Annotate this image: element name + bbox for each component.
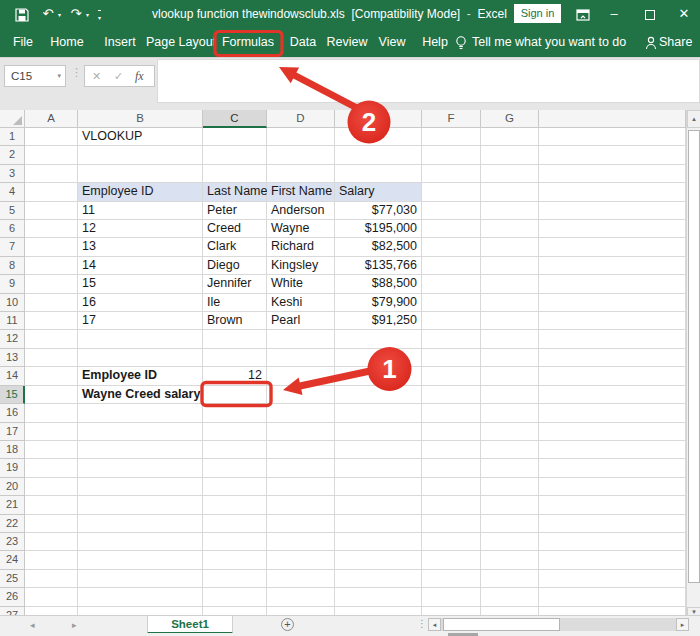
cell-D12[interactable] (267, 330, 335, 348)
cell-H12[interactable] (539, 330, 686, 348)
cell-F11[interactable] (422, 312, 481, 330)
cell-B12[interactable] (78, 330, 203, 348)
cell-B27[interactable] (78, 607, 203, 615)
sheet-nav-left-icon[interactable]: ◂ (30, 616, 35, 634)
cell-A1[interactable] (25, 128, 78, 146)
cell-G3[interactable] (481, 165, 539, 183)
cell-B26[interactable] (78, 588, 203, 606)
tab-file[interactable]: File (13, 28, 33, 57)
cell-B10[interactable]: 16 (78, 294, 203, 312)
cell-E13[interactable] (335, 349, 422, 367)
cell-F12[interactable] (422, 330, 481, 348)
cell-F15[interactable] (422, 386, 481, 404)
cell-E24[interactable] (335, 551, 422, 569)
cell-D20[interactable] (267, 478, 335, 496)
cell-E15[interactable] (335, 386, 422, 404)
column-header-g[interactable]: G (481, 110, 539, 128)
cell-H22[interactable] (539, 515, 686, 533)
cell-A8[interactable] (25, 257, 78, 275)
cell-E17[interactable] (335, 423, 422, 441)
cell-H9[interactable] (539, 275, 686, 293)
cell-B7[interactable]: 13 (78, 238, 203, 256)
cell-B24[interactable] (78, 551, 203, 569)
cell-D4[interactable]: First Name (267, 183, 335, 201)
cell-D8[interactable]: Kingsley (267, 257, 335, 275)
cell-C20[interactable] (203, 478, 267, 496)
cell-C4[interactable]: Last Name (203, 183, 267, 201)
cell-H24[interactable] (539, 551, 686, 569)
cell-G8[interactable] (481, 257, 539, 275)
cell-B8[interactable]: 14 (78, 257, 203, 275)
column-header-b[interactable]: B (78, 110, 203, 128)
cell-B11[interactable]: 17 (78, 312, 203, 330)
cell-G22[interactable] (481, 515, 539, 533)
cell-D2[interactable] (267, 146, 335, 164)
vertical-scrollbar-thumb[interactable] (688, 130, 700, 583)
row-header-19[interactable]: 19 (0, 459, 25, 477)
cell-B14[interactable]: Employee ID (78, 367, 203, 385)
cell-D9[interactable]: White (267, 275, 335, 293)
cell-H25[interactable] (539, 570, 686, 588)
row-header-23[interactable]: 23 (0, 533, 25, 551)
cell-A3[interactable] (25, 165, 78, 183)
cell-H6[interactable] (539, 220, 686, 238)
tab-review[interactable]: Review (327, 28, 368, 57)
cell-D19[interactable] (267, 459, 335, 477)
cell-D27[interactable] (267, 607, 335, 615)
cell-D17[interactable] (267, 423, 335, 441)
column-header-f[interactable]: F (422, 110, 481, 128)
row-header-8[interactable]: 8 (0, 257, 25, 275)
cell-F25[interactable] (422, 570, 481, 588)
add-sheet-button[interactable]: + (281, 618, 294, 631)
cell-G6[interactable] (481, 220, 539, 238)
cell-D21[interactable] (267, 496, 335, 514)
cell-A21[interactable] (25, 496, 78, 514)
row-header-15[interactable]: 15 (0, 386, 25, 404)
cell-H27[interactable] (539, 607, 686, 615)
cell-F1[interactable] (422, 128, 481, 146)
maximize-button[interactable] (638, 0, 662, 28)
name-box[interactable]: C15 ▾ (4, 65, 66, 87)
cell-D6[interactable]: Wayne (267, 220, 335, 238)
cell-G17[interactable] (481, 423, 539, 441)
cell-B9[interactable]: 15 (78, 275, 203, 293)
cell-E5[interactable]: $77,030 (335, 202, 422, 220)
cell-A16[interactable] (25, 404, 78, 422)
tell-me-box[interactable]: Tell me what you want to do (472, 28, 626, 57)
cell-B19[interactable] (78, 459, 203, 477)
row-header-6[interactable]: 6 (0, 220, 25, 238)
column-header-e[interactable]: E (335, 110, 422, 128)
cell-A14[interactable] (25, 367, 78, 385)
cell-C26[interactable] (203, 588, 267, 606)
cell-E4[interactable]: Salary (335, 183, 422, 201)
cell-H18[interactable] (539, 441, 686, 459)
cell-C18[interactable] (203, 441, 267, 459)
cell-A24[interactable] (25, 551, 78, 569)
cell-H21[interactable] (539, 496, 686, 514)
cell-F10[interactable] (422, 294, 481, 312)
cell-G18[interactable] (481, 441, 539, 459)
tab-formulas[interactable]: Formulas (222, 28, 274, 57)
cell-E9[interactable]: $88,500 (335, 275, 422, 293)
cell-D26[interactable] (267, 588, 335, 606)
cell-G21[interactable] (481, 496, 539, 514)
column-header-a[interactable]: A (25, 110, 78, 128)
cell-G10[interactable] (481, 294, 539, 312)
cell-H14[interactable] (539, 367, 686, 385)
cell-F2[interactable] (422, 146, 481, 164)
cancel-icon[interactable]: ✕ (92, 66, 101, 86)
row-header-7[interactable]: 7 (0, 238, 25, 256)
cell-C23[interactable] (203, 533, 267, 551)
cell-F24[interactable] (422, 551, 481, 569)
name-box-dropdown-icon[interactable]: ▾ (57, 66, 61, 86)
cell-C24[interactable] (203, 551, 267, 569)
tab-view[interactable]: View (379, 28, 406, 57)
cell-H4[interactable] (539, 183, 686, 201)
cell-H1[interactable] (539, 128, 686, 146)
cell-C13[interactable] (203, 349, 267, 367)
select-all-button[interactable] (0, 110, 25, 128)
cell-F23[interactable] (422, 533, 481, 551)
cell-E23[interactable] (335, 533, 422, 551)
cell-B3[interactable] (78, 165, 203, 183)
row-header-10[interactable]: 10 (0, 294, 25, 312)
